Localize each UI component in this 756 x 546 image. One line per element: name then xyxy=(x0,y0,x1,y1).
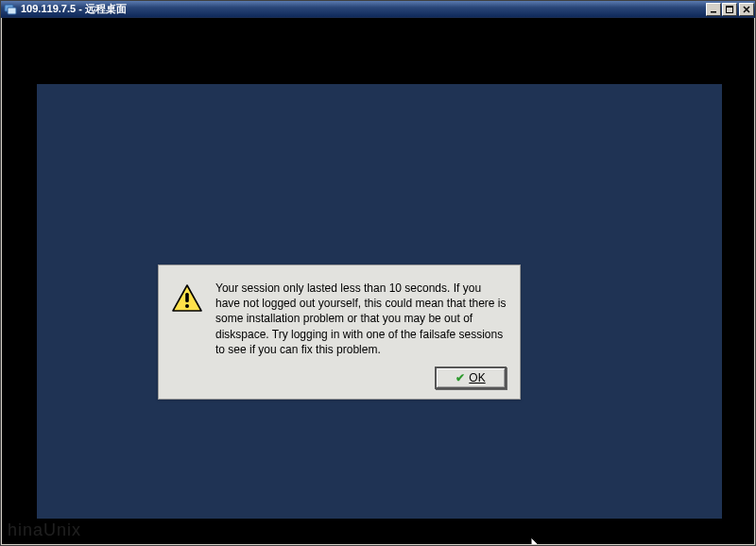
ok-button-label: OK xyxy=(469,371,485,384)
svg-rect-8 xyxy=(185,293,189,302)
window-controls xyxy=(705,3,754,16)
check-icon: ✔ xyxy=(455,371,465,384)
window-title: 109.119.7.5 - 远程桌面 xyxy=(21,2,705,16)
dialog-body: Your session only lasted less than 10 se… xyxy=(172,281,507,357)
svg-rect-2 xyxy=(711,11,716,13)
rdp-window: 109.119.7.5 - 远程桌面 xyxy=(0,0,756,546)
dialog-buttons: ✔ OK xyxy=(172,367,507,389)
watermark: hinaUnix xyxy=(8,520,81,540)
ok-button[interactable]: ✔ OK xyxy=(435,367,507,389)
svg-rect-4 xyxy=(727,6,733,8)
minimize-button[interactable] xyxy=(706,3,721,16)
rdp-icon xyxy=(4,3,17,16)
close-button[interactable] xyxy=(739,3,754,16)
svg-marker-10 xyxy=(531,537,541,545)
svg-point-9 xyxy=(185,304,189,308)
dialog-message: Your session only lasted less than 10 se… xyxy=(215,281,507,357)
titlebar[interactable]: 109.119.7.5 - 远程桌面 xyxy=(1,1,755,18)
svg-rect-1 xyxy=(8,8,16,14)
remote-viewport: Your session only lasted less than 10 se… xyxy=(1,18,755,545)
warning-icon xyxy=(172,284,202,313)
cursor-icon xyxy=(531,537,544,545)
maximize-button[interactable] xyxy=(722,3,737,16)
session-error-dialog: Your session only lasted less than 10 se… xyxy=(158,264,521,400)
